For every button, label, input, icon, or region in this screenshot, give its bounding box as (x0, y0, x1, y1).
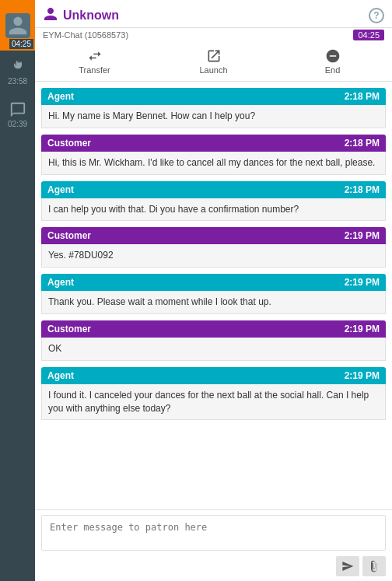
chat-header-left: Unknown (43, 6, 119, 24)
sidebar-badge-2: 23:58 (8, 77, 27, 86)
msg-body: Yes. #78DU092 (41, 244, 386, 268)
msg-body: Hi. My name is Mary Bennet. How can I he… (41, 105, 386, 128)
chat-panel: Unknown ? EYM-Chat (10568573) 04:25 Tran… (35, 0, 392, 581)
customer-header: Customer2:18 PM (41, 135, 386, 152)
agent-header: Agent2:19 PM (41, 274, 386, 291)
msg-role: Customer (47, 230, 91, 241)
msg-time: 2:19 PM (345, 324, 380, 334)
transfer-button[interactable]: Transfer (35, 45, 154, 78)
msg-role: Agent (47, 91, 74, 102)
chat-subheader: EYM-Chat (10568573) 04:25 (35, 28, 392, 42)
msg-time: 2:19 PM (345, 277, 380, 288)
msg-time: 2:19 PM (345, 370, 380, 381)
msg-role: Agent (47, 277, 74, 288)
msg-role: Customer (47, 138, 91, 149)
msg-body: Hi, this is Mr. Wickham. I'd like to can… (41, 152, 386, 175)
sidebar-avatar-item[interactable]: 04:25 (0, 0, 35, 51)
msg-role: Agent (47, 370, 74, 381)
messages-area: Agent2:18 PMHi. My name is Mary Bennet. … (35, 82, 392, 509)
message-block: Agent2:18 PMHi. My name is Mary Bennet. … (41, 88, 386, 128)
message-block: Agent2:19 PMThank you. Please wait a mom… (41, 274, 386, 314)
user-icon (43, 6, 58, 24)
message-block: Agent2:18 PMI can help you with that. Di… (41, 181, 386, 222)
msg-role: Agent (47, 184, 74, 195)
input-area (35, 509, 392, 581)
sidebar-badge-1: 04:25 (9, 39, 33, 49)
msg-time: 2:18 PM (345, 138, 380, 149)
msg-role: Customer (47, 324, 91, 334)
msg-body: OK (41, 338, 386, 361)
transfer-label: Transfer (79, 65, 110, 75)
agent-header: Agent2:19 PM (41, 367, 386, 384)
message-input[interactable] (41, 515, 386, 551)
sidebar-item-gesture[interactable]: 23:58 (0, 51, 35, 93)
chat-header: Unknown ? (35, 0, 392, 28)
main-area: Unknown ? EYM-Chat (10568573) 04:25 Tran… (35, 0, 392, 581)
end-label: End (325, 65, 341, 75)
message-block: Agent2:19 PMI found it. I canceled your … (41, 367, 386, 421)
attachment-button[interactable] (362, 556, 386, 576)
msg-body: I can help you with that. Di you have a … (41, 198, 386, 222)
sidebar-item-chat[interactable]: 02:39 (0, 93, 35, 136)
contact-name: Unknown (63, 9, 119, 23)
session-id: EYM-Chat (10568573) (43, 30, 128, 40)
msg-time: 2:19 PM (345, 230, 380, 241)
avatar-icon (5, 13, 30, 38)
send-button[interactable] (336, 556, 359, 576)
msg-body: Thank you. Please wait a moment while I … (41, 291, 386, 314)
launch-label: Launch (199, 65, 227, 75)
end-button[interactable]: End (273, 45, 392, 78)
customer-header: Customer2:19 PM (41, 320, 386, 338)
msg-time: 2:18 PM (345, 91, 380, 102)
message-block: Customer2:19 PMYes. #78DU092 (41, 227, 386, 268)
chat-time: 04:25 (353, 30, 384, 40)
msg-body: I found it. I canceled your dances for t… (41, 384, 386, 421)
chat-toolbar: Transfer Launch End (35, 42, 392, 82)
message-block: Customer2:18 PMHi, this is Mr. Wickham. … (41, 135, 386, 175)
message-block: Customer2:19 PMOK (41, 320, 386, 361)
input-actions (41, 556, 386, 576)
agent-header: Agent2:18 PM (41, 88, 386, 105)
customer-header: Customer2:19 PM (41, 227, 386, 244)
agent-header: Agent2:18 PM (41, 181, 386, 198)
launch-button[interactable]: Launch (154, 45, 273, 78)
chat-header-right: ? (369, 8, 384, 23)
msg-time: 2:18 PM (345, 184, 380, 195)
help-button[interactable]: ? (369, 8, 384, 23)
sidebar: 04:25 23:58 02:39 (0, 0, 35, 581)
sidebar-badge-3: 02:39 (8, 120, 27, 128)
